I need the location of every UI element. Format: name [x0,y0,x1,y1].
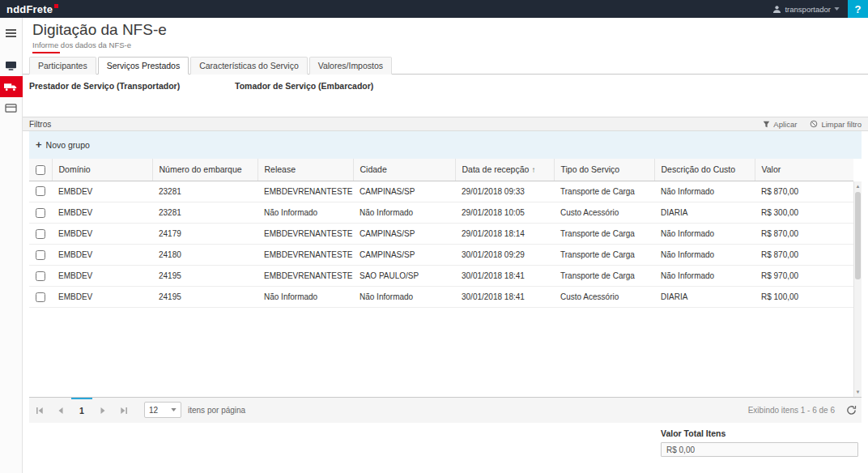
tab-valores-impostos[interactable]: Valores/Impostos [309,57,392,75]
last-page-button[interactable] [113,398,134,423]
vertical-scrollbar[interactable]: ▲ ▼ [853,181,862,397]
row-checkbox[interactable] [36,229,45,239]
column-header-numero-embarque[interactable]: Número do embarque [152,159,257,181]
table-row[interactable]: EMBDEV 23281 EMBDEVRENANTESTE115 CAMPINA… [29,181,853,202]
tab-servicos-prestados[interactable]: Serviços Prestados [98,57,189,75]
cell-numero-embarque: 24195 [152,266,257,287]
grid-header-table: Domínio Número do embarque Release Cidad… [29,159,853,181]
cell-descricao-custo: Não Informado [654,181,755,202]
column-header-dominio[interactable]: Domínio [52,159,152,181]
column-header-data-recepcao[interactable]: Data de recepção↑ [455,159,554,181]
user-icon [772,5,781,14]
sidebar-menu-toggle[interactable] [0,23,23,44]
row-checkbox-cell [29,202,52,224]
sidebar-item-payments[interactable] [0,97,23,118]
accent-bar [32,52,60,53]
prestador-section-label: Prestador de Serviço (Transportador) [29,81,235,91]
cell-data-recepcao: 29/01/2018 10:05 [455,202,554,224]
sidebar-item-frete[interactable] [0,76,23,97]
column-header-descricao-custo[interactable]: Descrição do Custo [654,159,755,181]
cancel-circle-icon [810,120,818,128]
tabstrip: Participantes Serviços Prestados Caracte… [23,57,868,75]
items-per-page-label: itens por página [188,406,245,415]
row-checkbox[interactable] [36,271,45,281]
cell-valor: R$ 870,00 [755,245,853,266]
tab-participantes[interactable]: Participantes [29,57,96,75]
cell-release: EMBDEVRENANTESTE116 [257,224,353,245]
cell-valor: R$ 870,00 [755,181,853,202]
tab-content: Prestador de Serviço (Transportador) Tom… [23,75,868,117]
column-header-cidade[interactable]: Cidade [353,159,455,181]
clear-filter-label: Limpar filtro [821,120,862,129]
cell-data-recepcao: 30/01/2018 18:41 [455,287,554,308]
sidebar-item-monitor[interactable] [0,55,23,76]
page-number-button[interactable]: 1 [71,398,92,423]
user-menu[interactable]: transportador [764,0,848,18]
cell-data-recepcao: 29/01/2018 09:33 [455,181,554,202]
page-header: Digitação da NFS-e Informe dos dados da … [23,18,868,57]
row-checkbox-cell [29,266,52,287]
filters-bar: Filtros Aplicar Limpar filtro [23,117,868,131]
total-items-input[interactable] [661,442,858,457]
tomador-section-label: Tomador de Serviço (Embarcador) [235,81,373,91]
row-checkbox[interactable] [36,250,45,260]
tab-caracteristicas[interactable]: Características do Serviço [190,57,308,75]
cell-tipo-servico: Custo Acessório [554,287,654,308]
refresh-button[interactable] [845,405,858,415]
cell-valor: R$ 100,00 [755,287,853,308]
logo-red-square [54,4,58,8]
column-header-release[interactable]: Release [257,159,353,181]
cell-cidade: Não Informado [353,287,455,308]
cell-tipo-servico: Transporte de Carga [554,224,654,245]
cell-descricao-custo: Não Informado [654,224,755,245]
cell-tipo-servico: Transporte de Carga [554,245,654,266]
table-row[interactable]: EMBDEV 23281 Não Informado Não Informado… [29,202,853,224]
page-size-value: 12 [149,406,158,415]
truck-icon [4,82,18,92]
row-checkbox[interactable] [36,208,45,218]
page-size-dropdown[interactable]: 12 [144,402,181,418]
scroll-up-arrow[interactable]: ▲ [854,182,862,190]
new-group-button[interactable]: + Novo grupo [36,140,90,150]
cell-release: Não Informado [257,202,353,224]
select-all-cell [29,159,52,181]
grid-body-table: EMBDEV 23281 EMBDEVRENANTESTE115 CAMPINA… [29,181,853,309]
select-all-checkbox[interactable] [36,165,45,175]
apply-filter-button[interactable]: Aplicar [763,120,797,129]
cell-numero-embarque: 24179 [152,224,257,245]
row-checkbox[interactable] [36,292,45,302]
grid-rows: EMBDEV 23281 EMBDEVRENANTESTE115 CAMPINA… [29,181,853,308]
cell-numero-embarque: 24180 [152,245,257,266]
pager-status: Exibindo itens 1 - 6 de 6 [748,406,835,415]
scrollbar-thumb[interactable] [855,192,861,279]
plus-icon: + [36,141,42,149]
cell-data-recepcao: 30/01/2018 09:29 [455,245,554,266]
cell-numero-embarque: 24195 [152,287,257,308]
cell-tipo-servico: Transporte de Carga [554,266,654,287]
clear-filter-button[interactable]: Limpar filtro [810,120,862,129]
next-page-button[interactable] [92,398,113,423]
topbar-right: transportador ? [764,0,868,18]
table-row[interactable]: EMBDEV 24195 Não Informado Não Informado… [29,287,853,308]
grid-toolbar: + Novo grupo [29,131,862,159]
funnel-icon [763,121,770,128]
grid-body: EMBDEV 23281 EMBDEVRENANTESTE115 CAMPINA… [29,181,862,397]
previous-page-button[interactable] [50,398,71,423]
help-button[interactable]: ? [848,0,868,18]
table-row[interactable]: EMBDEV 24180 EMBDEVRENANTESTE117 CAMPINA… [29,245,853,266]
cell-release: EMBDEVRENANTESTE115 [257,181,353,202]
first-page-button[interactable] [29,398,50,423]
new-group-label: Novo grupo [46,140,90,150]
table-row[interactable]: EMBDEV 24195 EMBDEVRENANTESTE120 SAO PAU… [29,266,853,287]
page-title: Digitação da NFS-e [32,21,868,39]
table-row[interactable]: EMBDEV 24179 EMBDEVRENANTESTE116 CAMPINA… [29,224,853,245]
app-logo: nddFrete [6,3,58,15]
column-header-tipo-servico[interactable]: Tipo do Serviço [554,159,654,181]
apply-filter-label: Aplicar [773,120,797,129]
column-header-valor[interactable]: Valor [755,159,853,181]
cell-dominio: EMBDEV [52,202,152,224]
cell-valor: R$ 300,00 [755,202,853,224]
scroll-down-arrow[interactable]: ▼ [854,388,862,396]
row-checkbox[interactable] [36,186,45,196]
monitor-icon [5,61,17,71]
